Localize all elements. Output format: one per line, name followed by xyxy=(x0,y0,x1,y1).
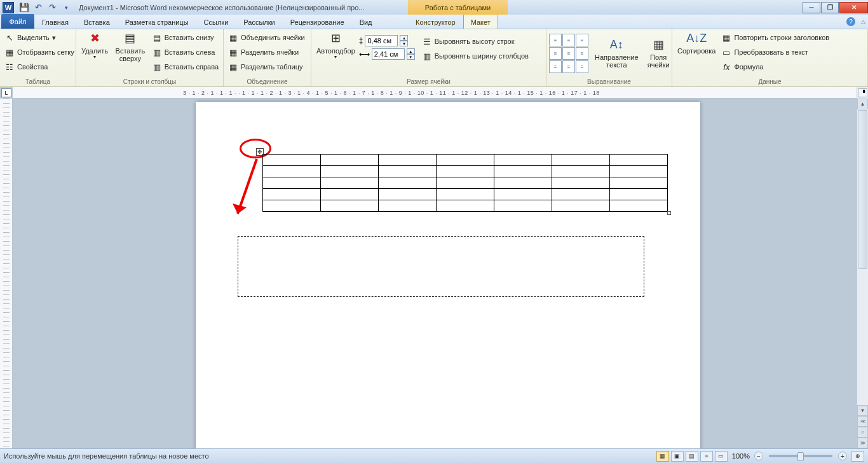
file-tab[interactable]: Файл xyxy=(1,14,34,29)
properties-button[interactable]: ☷Свойства xyxy=(3,60,76,74)
table-tools-label: Работа с таблицами xyxy=(408,0,508,15)
scroll-thumb[interactable] xyxy=(858,110,867,269)
repeat-header-button[interactable]: ▦Повторить строки заголовков xyxy=(719,31,831,45)
group-table-label: Таблица xyxy=(3,76,73,86)
margins-icon: ▦ xyxy=(651,38,666,52)
horizontal-ruler[interactable]: 3 · 1 · 2 · 1 · 1 · 1 · · 1 · 1 · 1 · 2 … xyxy=(13,87,868,99)
insert-below-button[interactable]: ▤Вставить снизу xyxy=(150,31,220,45)
table-resize-handle[interactable] xyxy=(667,211,671,215)
distribute-cols-button[interactable]: ▥Выровнять ширину столбцов xyxy=(420,49,531,63)
height-input[interactable] xyxy=(365,35,398,46)
view-draft[interactable]: ▭ xyxy=(715,451,728,462)
properties-icon: ☷ xyxy=(4,62,15,72)
group-table: ↖Выделить ▾ ▦Отобразить сетку ☷Свойства … xyxy=(0,29,76,86)
show-grid-button[interactable]: ▦Отобразить сетку xyxy=(3,45,76,59)
insert-right-button[interactable]: ▥Вставить справа xyxy=(150,60,220,74)
zoom-in-button[interactable]: + xyxy=(838,452,847,460)
align-tl[interactable]: ≡ xyxy=(549,34,562,46)
vertical-ruler[interactable] xyxy=(0,99,13,448)
insert-left-button[interactable]: ▥Вставить слева xyxy=(150,45,220,59)
browse-object-button[interactable]: ○ xyxy=(857,427,868,438)
group-data-label: Данные xyxy=(675,76,865,86)
group-cell-size: ⊞Автоподбор▾ ‡ ▲▼ ⟷ ▲▼ ☰Выровнять высоту… xyxy=(311,29,546,86)
zoom-slider[interactable] xyxy=(769,455,832,457)
page[interactable]: ✥ xyxy=(196,102,700,448)
restore-button[interactable]: ❐ xyxy=(821,2,839,13)
split-table-button[interactable]: ▦Разделить таблицу xyxy=(226,60,307,74)
next-page-button[interactable]: ≫ xyxy=(857,438,868,448)
group-data: A↓ZСортировка ▦Повторить строки заголовк… xyxy=(672,29,868,86)
minimize-button[interactable]: ─ xyxy=(803,2,820,13)
undo-icon[interactable]: ↶ xyxy=(32,2,44,13)
tab-references[interactable]: Ссылки xyxy=(196,15,236,29)
view-outline[interactable]: ≡ xyxy=(700,451,713,462)
tab-insert[interactable]: Вставка xyxy=(76,15,118,29)
ribbon-tabs: Файл Главная Вставка Разметка страницы С… xyxy=(0,15,868,29)
vertical-scrollbar[interactable]: ▝ ▲ ▼ ≪ ○ ≫ xyxy=(857,87,868,448)
autofit-button[interactable]: ⊞Автоподбор▾ xyxy=(314,31,358,62)
zoom-out-button[interactable]: − xyxy=(754,452,763,460)
select-button[interactable]: ↖Выделить ▾ xyxy=(3,31,76,45)
distribute-rows-button[interactable]: ☰Выровнять высоту строк xyxy=(420,34,531,48)
delete-button[interactable]: ✖Удалить▾ xyxy=(79,31,111,62)
help-icon[interactable]: ? xyxy=(846,17,855,26)
redo-icon[interactable]: ↷ xyxy=(46,2,58,13)
width-icon: ⟷ xyxy=(359,50,370,59)
align-bl[interactable]: ≡ xyxy=(549,60,562,73)
scroll-down-button[interactable]: ▼ xyxy=(857,405,868,416)
sort-button[interactable]: A↓ZСортировка xyxy=(675,31,718,56)
tab-selector[interactable]: L xyxy=(1,88,11,97)
zoom-value[interactable]: 100% xyxy=(732,452,750,460)
prev-page-button[interactable]: ≪ xyxy=(857,416,868,427)
status-bar: Используйте мышь для перемещения таблицы… xyxy=(0,448,868,463)
height-spinner[interactable]: ▲▼ xyxy=(400,35,408,46)
tab-review[interactable]: Рецензирование xyxy=(283,15,352,29)
minimize-ribbon-icon[interactable]: △ xyxy=(861,18,865,25)
view-print-layout[interactable]: ▦ xyxy=(656,451,669,462)
tab-layout[interactable]: Макет xyxy=(463,15,498,29)
tab-design[interactable]: Конструктор xyxy=(408,15,463,29)
document-canvas[interactable]: ✥ xyxy=(13,99,868,448)
tab-home[interactable]: Главная xyxy=(34,15,76,29)
cell-margins-button[interactable]: ▦Поля ячейки xyxy=(645,37,672,70)
split-cells-button[interactable]: ▦Разделить ячейки xyxy=(226,45,307,59)
height-icon: ‡ xyxy=(359,36,363,45)
align-ml[interactable]: ≡ xyxy=(549,47,562,60)
view-web[interactable]: ▤ xyxy=(686,451,698,462)
formula-button[interactable]: fxФормула xyxy=(719,60,831,74)
tab-view[interactable]: Вид xyxy=(352,15,380,29)
align-mr[interactable]: ≡ xyxy=(576,47,588,60)
width-input[interactable] xyxy=(372,48,405,60)
group-rows-columns: ✖Удалить▾ ▤Вставить сверху ▤Вставить сни… xyxy=(76,29,224,86)
workspace: L 3 · 1 · 2 · 1 · 1 · 1 · · 1 · 1 · 1 · … xyxy=(0,87,868,448)
convert-icon: ▭ xyxy=(721,47,731,57)
align-bc[interactable]: ≡ xyxy=(562,60,575,73)
svg-line-0 xyxy=(238,159,257,214)
scroll-up-button[interactable]: ▲ xyxy=(857,99,868,109)
dist-cols-icon: ▥ xyxy=(422,51,432,61)
align-tr[interactable]: ≡ xyxy=(576,34,588,46)
text-direction-button[interactable]: A↕Направление текста xyxy=(592,37,641,70)
view-fullscreen[interactable]: ▣ xyxy=(671,451,684,462)
merge-cells-button[interactable]: ▦Объединить ячейки xyxy=(226,31,307,45)
tab-page-layout[interactable]: Разметка страницы xyxy=(118,15,196,29)
group-align-label: Выравнивание xyxy=(549,76,669,86)
zoom-fit-button[interactable]: ⊕ xyxy=(851,451,864,462)
convert-text-button[interactable]: ▭Преобразовать в текст xyxy=(719,45,831,59)
align-br[interactable]: ≡ xyxy=(576,60,588,73)
save-icon[interactable]: 💾 xyxy=(18,2,31,13)
align-mc[interactable]: ≡ xyxy=(562,47,575,60)
width-spinner[interactable]: ▲▼ xyxy=(407,48,415,60)
close-button[interactable]: ✕ xyxy=(839,2,868,13)
group-size-label: Размер ячейки xyxy=(314,76,543,86)
insert-above-button[interactable]: ▤Вставить сверху xyxy=(112,31,149,64)
align-tc[interactable]: ≡ xyxy=(562,34,575,46)
title-bar: W 💾 ↶ ↷ ▾ Документ1 - Microsoft Word нек… xyxy=(0,0,868,15)
grid-icon: ▦ xyxy=(4,47,15,57)
tab-mailings[interactable]: Рассылки xyxy=(236,15,282,29)
selection-browser-icon[interactable]: ▝ xyxy=(858,88,867,97)
document-table[interactable] xyxy=(262,154,668,212)
qat-more-icon[interactable]: ▾ xyxy=(60,2,72,13)
window-controls: ─ ❐ ✕ xyxy=(802,2,868,13)
merge-icon: ▦ xyxy=(228,32,238,43)
